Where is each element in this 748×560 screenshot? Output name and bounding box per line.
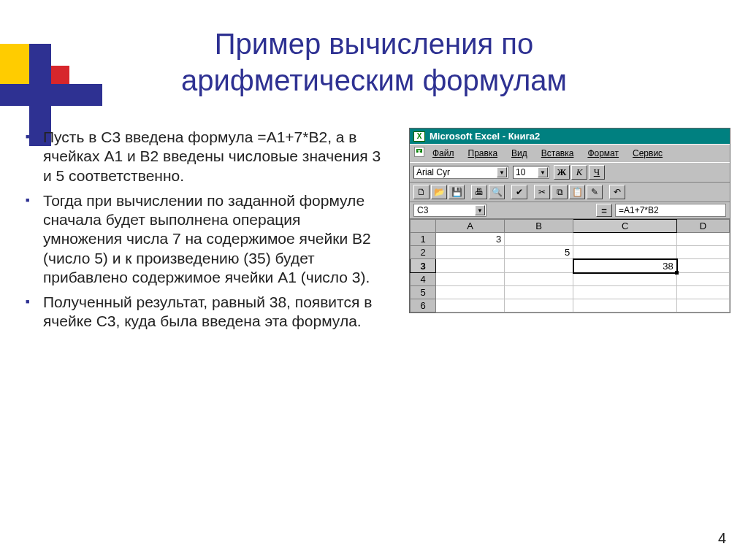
cell-a1[interactable]: 3 (436, 233, 505, 246)
cell-d6[interactable] (677, 299, 730, 312)
cell-c1[interactable] (573, 233, 677, 246)
col-header-a[interactable]: A (436, 220, 505, 233)
font-name-combo[interactable]: Arial Cyr ▼ (413, 166, 508, 179)
cell-b6[interactable] (505, 299, 573, 312)
dropdown-icon: ▼ (497, 167, 507, 177)
font-name-value: Arial Cyr (416, 167, 450, 177)
excel-app-icon: X (413, 131, 425, 142)
bullet-list: Пусть в С3 введена формула =А1+7*В2, а в… (26, 128, 383, 337)
excel-grid: A B C D 1 3 2 5 (410, 219, 730, 312)
col-header-c[interactable]: C (573, 220, 677, 233)
undo-icon[interactable]: ↶ (609, 185, 625, 199)
print-preview-icon[interactable]: 🔍 (489, 185, 505, 199)
bullet-item: Тогда при вычислении по заданной формуле… (26, 191, 383, 287)
cell-d4[interactable] (677, 273, 730, 286)
name-box-value: C3 (417, 205, 428, 215)
excel-titlebar: X Microsoft Excel - Книга2 (410, 129, 730, 144)
cell-a6[interactable] (436, 299, 505, 312)
excel-window: X Microsoft Excel - Книга2 Файл Правка В… (409, 128, 730, 313)
underline-button[interactable]: Ч (589, 165, 605, 180)
cell-c4[interactable] (573, 273, 677, 286)
paste-icon[interactable]: 📋 (569, 185, 585, 199)
page-number: 4 (718, 530, 726, 547)
col-header-b[interactable]: B (505, 220, 573, 233)
cell-a4[interactable] (436, 273, 505, 286)
row-header-1[interactable]: 1 (411, 233, 436, 246)
row-header-4[interactable]: 4 (411, 273, 436, 286)
format-painter-icon[interactable]: ✎ (587, 185, 603, 199)
cell-b4[interactable] (505, 273, 573, 286)
row-header-6[interactable]: 6 (411, 299, 436, 312)
col-header-d[interactable]: D (677, 220, 730, 233)
cell-d1[interactable] (677, 233, 730, 246)
cell-c6[interactable] (573, 299, 677, 312)
deco-blue-horizontal (0, 84, 102, 106)
spellcheck-icon[interactable]: ✔ (511, 185, 527, 199)
excel-font-bar: Arial Cyr ▼ 10 ▼ Ж К Ч (410, 162, 730, 183)
cell-d5[interactable] (677, 286, 730, 299)
cut-icon[interactable]: ✂ (534, 185, 550, 199)
menu-tools[interactable]: Сервис (627, 147, 668, 160)
deco-yellow (0, 44, 29, 84)
title-line-1: Пример вычисления по (215, 28, 533, 60)
cell-d3[interactable] (677, 259, 730, 273)
font-size-value: 10 (516, 167, 525, 177)
cell-a2[interactable] (436, 246, 505, 259)
row-header-5[interactable]: 5 (411, 286, 436, 299)
cell-c5[interactable] (573, 286, 677, 299)
formula-value[interactable]: =A1+7*B2 (615, 204, 726, 217)
font-size-combo[interactable]: 10 ▼ (513, 166, 549, 179)
bold-button[interactable]: Ж (554, 165, 570, 180)
menu-view[interactable]: Вид (505, 147, 533, 160)
cell-b1[interactable] (505, 233, 573, 246)
menu-file[interactable]: Файл (427, 147, 460, 160)
save-icon[interactable]: 💾 (449, 185, 465, 199)
excel-title-text: Microsoft Excel - Книга2 (430, 131, 540, 142)
print-icon[interactable]: 🖶 (471, 185, 487, 199)
excel-toolbar: 🗋 📂 💾 🖶 🔍 ✔ ✂ ⧉ 📋 ✎ ↶ (410, 183, 730, 202)
copy-icon[interactable]: ⧉ (552, 185, 568, 199)
cell-c2[interactable] (573, 246, 677, 259)
bullet-item: Полученный результат, равный 38, появитс… (26, 293, 383, 331)
deco-red (51, 66, 69, 84)
row-header-2[interactable]: 2 (411, 246, 436, 259)
new-file-icon[interactable]: 🗋 (413, 185, 430, 199)
slide-title: Пример вычисления по арифметическим форм… (0, 0, 748, 99)
name-box[interactable]: C3 ▼ (413, 204, 486, 217)
cell-d2[interactable] (677, 246, 730, 259)
menu-edit[interactable]: Правка (462, 147, 504, 160)
select-all-corner[interactable] (411, 220, 436, 233)
row-header-3[interactable]: 3 (411, 259, 436, 273)
menu-format[interactable]: Формат (581, 147, 625, 160)
cell-c3[interactable]: 38 (573, 259, 677, 273)
cell-a5[interactable] (436, 286, 505, 299)
cell-b2[interactable]: 5 (505, 246, 573, 259)
bullet-item: Пусть в С3 введена формула =А1+7*В2, а в… (26, 128, 383, 185)
excel-doc-icon (414, 147, 424, 157)
equals-button[interactable]: = (596, 204, 612, 217)
excel-formula-bar: C3 ▼ = =A1+7*B2 (410, 202, 730, 219)
title-line-2: арифметическим формулам (181, 64, 567, 96)
menu-insert[interactable]: Вставка (535, 147, 580, 160)
dropdown-icon: ▼ (475, 205, 485, 215)
cell-b5[interactable] (505, 286, 573, 299)
excel-menubar: Файл Правка Вид Вставка Формат Сервис (410, 144, 730, 162)
cell-b3[interactable] (505, 259, 573, 273)
open-file-icon[interactable]: 📂 (431, 185, 447, 199)
dropdown-icon: ▼ (538, 167, 548, 177)
italic-button[interactable]: К (571, 165, 587, 180)
cell-a3[interactable] (436, 259, 505, 273)
